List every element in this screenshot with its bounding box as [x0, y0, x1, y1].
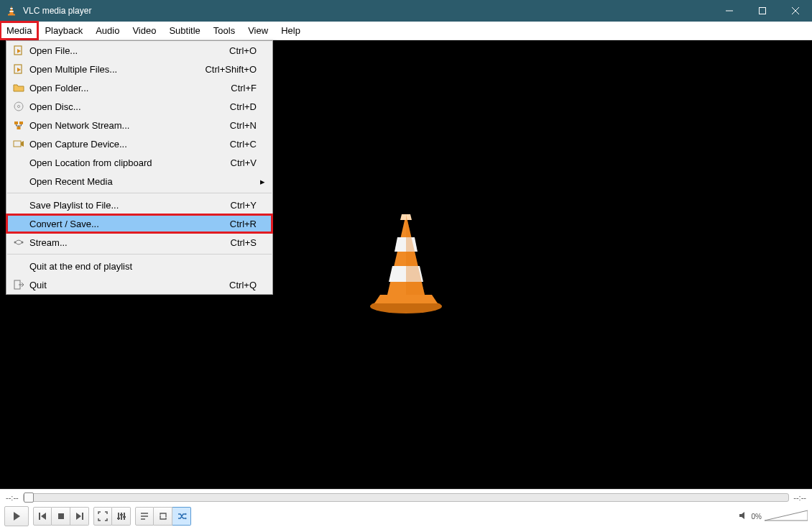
- menu-item-shortcut: Ctrl+C: [230, 139, 257, 150]
- prev-button[interactable]: [33, 507, 52, 526]
- file-icon: [11, 45, 27, 56]
- menu-item-label: Open Multiple Files...: [27, 64, 205, 75]
- menu-media[interactable]: Media: [0, 22, 38, 40]
- svg-marker-18: [17, 68, 21, 72]
- svg-marker-16: [17, 49, 21, 53]
- menu-item-shortcut: Ctrl+N: [230, 120, 257, 131]
- menu-separator: [7, 254, 272, 255]
- window-title: VLC media player: [23, 6, 713, 16]
- volume-percent: 0%: [752, 513, 762, 521]
- menu-item-label: Quit at the end of playlist: [27, 261, 257, 272]
- menu-item-open-recent-media[interactable]: Open Recent Media▸: [6, 172, 272, 191]
- playlist-button[interactable]: [135, 507, 154, 526]
- seek-slider[interactable]: [23, 493, 790, 502]
- seek-row: --:-- --:--: [0, 490, 812, 505]
- speaker-icon: [739, 510, 749, 522]
- media-dropdown: Open File...Ctrl+OOpen Multiple Files...…: [6, 40, 273, 295]
- ext-settings-button[interactable]: [112, 507, 131, 526]
- menu-separator: [7, 193, 272, 193]
- vlc-cone-icon: [360, 210, 452, 319]
- svg-marker-46: [185, 513, 187, 515]
- menu-item-quit[interactable]: QuitCtrl+Q: [6, 275, 272, 294]
- svg-rect-24: [14, 141, 21, 147]
- quit-icon: [11, 279, 27, 290]
- file-icon: [11, 63, 27, 75]
- svg-marker-48: [739, 512, 744, 519]
- menu-item-label: Open File...: [27, 45, 229, 56]
- svg-rect-32: [58, 513, 64, 519]
- svg-rect-30: [39, 513, 40, 520]
- menu-item-label: Open Network Stream...: [27, 120, 230, 131]
- loop-button[interactable]: [154, 507, 172, 526]
- app-icon: [6, 5, 17, 17]
- volume-control[interactable]: 0%: [739, 509, 808, 523]
- submenu-arrow-icon: ▸: [260, 176, 265, 187]
- volume-slider[interactable]: [765, 509, 808, 523]
- menu-item-shortcut: Ctrl+D: [230, 101, 257, 112]
- svg-rect-34: [82, 513, 83, 520]
- bottom-panel: --:-- --:-- 0%: [0, 489, 812, 527]
- menu-item-stream[interactable]: Stream...Ctrl+S: [6, 233, 272, 252]
- menu-item-open-disc[interactable]: Open Disc...Ctrl+D: [6, 97, 272, 116]
- next-button[interactable]: [70, 507, 89, 526]
- menu-item-shortcut: Ctrl+Y: [231, 200, 257, 211]
- shuffle-button[interactable]: [172, 507, 191, 526]
- menu-item-save-playlist-to-file[interactable]: Save Playlist to File...Ctrl+Y: [6, 196, 272, 214]
- menu-video[interactable]: Video: [126, 22, 162, 40]
- menu-item-label: Open Disc...: [27, 101, 230, 112]
- svg-marker-31: [41, 513, 46, 520]
- menu-playback[interactable]: Playback: [38, 22, 89, 40]
- svg-marker-0: [9, 6, 14, 14]
- menu-item-shortcut: Ctrl+Shift+O: [205, 64, 257, 75]
- svg-rect-22: [19, 122, 23, 124]
- menu-tools[interactable]: Tools: [207, 22, 241, 40]
- menu-item-open-folder[interactable]: Open Folder...Ctrl+F: [6, 78, 272, 97]
- menu-item-quit-at-the-end-of-playlist[interactable]: Quit at the end of playlist: [6, 257, 272, 275]
- close-button[interactable]: [779, 0, 812, 22]
- svg-rect-40: [123, 516, 126, 518]
- menu-item-label: Save Playlist to File...: [27, 200, 231, 211]
- titlebar: VLC media player: [0, 0, 812, 22]
- menu-item-label: Open Recent Media: [27, 176, 257, 187]
- capture-icon: [11, 138, 27, 150]
- menu-subtitle[interactable]: Subtitle: [162, 22, 206, 40]
- svg-marker-29: [14, 512, 20, 521]
- menu-item-shortcut: Ctrl+F: [231, 83, 257, 93]
- menu-item-convert-save[interactable]: Convert / Save...Ctrl+R: [6, 214, 272, 233]
- maximize-button[interactable]: [746, 0, 779, 22]
- svg-rect-2: [9, 11, 14, 12]
- time-total: --:--: [793, 493, 806, 502]
- minimize-button[interactable]: [713, 0, 746, 22]
- menu-item-open-location-from-clipboard[interactable]: Open Location from clipboardCtrl+V: [6, 153, 272, 172]
- menu-item-label: Open Capture Device...: [27, 139, 230, 150]
- menu-item-open-file[interactable]: Open File...Ctrl+O: [6, 41, 272, 60]
- play-button[interactable]: [4, 506, 29, 526]
- svg-rect-38: [117, 518, 120, 519]
- menu-help[interactable]: Help: [274, 22, 307, 40]
- svg-rect-1: [10, 8, 13, 9]
- menu-item-label: Quit: [27, 280, 229, 290]
- seek-thumb[interactable]: [24, 492, 34, 503]
- menu-item-shortcut: Ctrl+R: [230, 219, 257, 229]
- menu-audio[interactable]: Audio: [89, 22, 126, 40]
- svg-rect-39: [120, 514, 123, 515]
- menu-item-shortcut: Ctrl+Q: [229, 280, 257, 290]
- menu-item-open-network-stream[interactable]: Open Network Stream...Ctrl+N: [6, 116, 272, 134]
- svg-marker-44: [160, 515, 161, 516]
- menu-item-open-multiple-files[interactable]: Open Multiple Files...Ctrl+Shift+O: [6, 60, 272, 78]
- svg-marker-33: [76, 513, 81, 520]
- menu-item-shortcut: Ctrl+V: [231, 157, 257, 168]
- stop-button[interactable]: [52, 507, 70, 526]
- svg-point-27: [22, 242, 24, 244]
- network-icon: [11, 119, 27, 131]
- svg-marker-9: [374, 295, 438, 303]
- menu-item-label: Open Folder...: [27, 83, 231, 93]
- window-controls: [713, 0, 812, 22]
- menu-view[interactable]: View: [241, 22, 274, 40]
- svg-marker-49: [765, 510, 808, 521]
- svg-marker-47: [185, 518, 187, 520]
- menu-item-open-capture-device[interactable]: Open Capture Device...Ctrl+C: [6, 134, 272, 153]
- fullscreen-button[interactable]: [93, 507, 112, 526]
- svg-marker-14: [406, 214, 425, 295]
- svg-point-26: [14, 242, 17, 244]
